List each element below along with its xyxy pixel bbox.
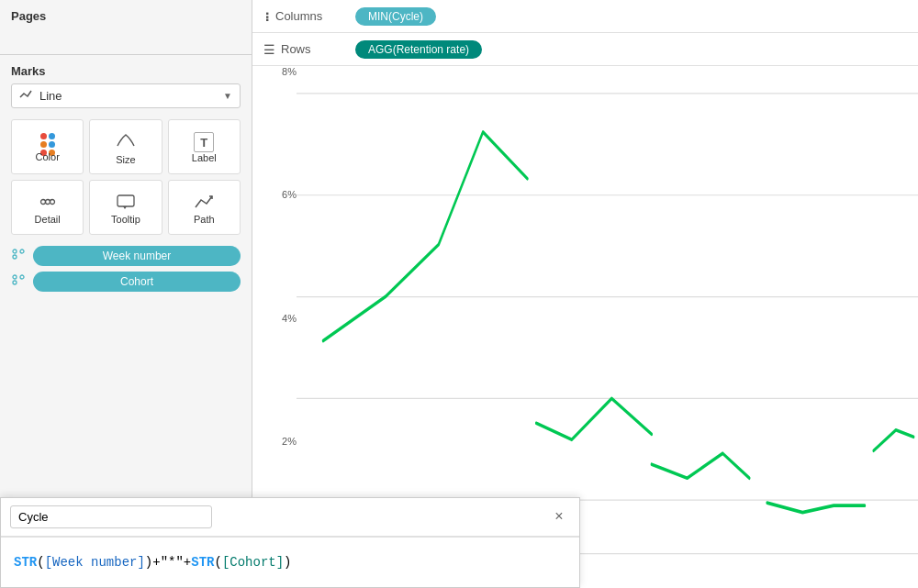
formula-name-input[interactable] [10,505,212,528]
y-label-4: 4% [282,313,297,324]
svg-point-8 [13,255,17,259]
columns-icon: ⫶ [263,9,270,24]
dropdown-arrow-icon: ▼ [223,91,232,101]
columns-shelf: ⫶ Columns MIN(Cycle) [252,0,918,33]
svg-point-9 [13,275,17,279]
formula-editor: × STR([Week number])+"*"+STR([Cohort]) [0,497,580,588]
svg-point-2 [50,199,54,204]
color-label: Color [36,151,60,162]
week-number-detail-icon [11,248,26,264]
marks-color-button[interactable]: Color [11,119,84,174]
svg-point-6 [13,250,17,253]
pages-title: Pages [11,9,241,23]
label-label: Label [192,152,217,163]
marks-size-button[interactable]: Size [89,119,162,174]
svg-point-1 [45,199,50,204]
str-keyword-1: STR [14,555,37,570]
size-icon [116,131,136,154]
marks-type-label: Line [39,89,223,103]
y-label-8: 8% [282,66,297,77]
marks-detail-button[interactable]: Detail [11,180,84,235]
week-number-pill[interactable]: Week number [33,246,241,266]
cohort-detail-icon [11,273,26,290]
size-label: Size [116,154,135,165]
path-icon [194,193,214,214]
formula-close-button[interactable]: × [548,505,570,527]
columns-field-pill[interactable]: MIN(Cycle) [355,7,436,26]
detail-label: Detail [35,214,61,225]
week-number-field: [Week number] [45,555,145,570]
pages-section: Pages [0,0,252,55]
svg-point-10 [20,275,24,279]
svg-point-7 [20,250,24,253]
main-container: Pages Marks Line ▼ [0,0,918,588]
svg-marker-5 [123,206,127,209]
columns-label: ⫶ Columns [263,9,355,24]
detail-icon [38,193,58,214]
cohort-pill-row: Cohort [11,272,241,292]
line-chart-icon [19,88,34,104]
path-label: Path [194,214,215,225]
formula-header: × [1,498,579,537]
str-keyword-2: STR [191,555,214,570]
marks-grid: Color Size T Label [11,119,241,235]
label-icon: T [194,132,214,152]
color-icon [37,133,59,151]
cohort-field: [Cohort] [222,555,284,570]
marks-label-button[interactable]: T Label [168,119,241,174]
week-number-pill-row: Week number [11,246,241,266]
marks-path-button[interactable]: Path [168,180,241,235]
svg-point-0 [40,199,45,204]
formula-body: STR([Week number])+"*"+STR([Cohort]) [1,538,579,587]
svg-rect-4 [118,195,134,206]
y-label-6: 6% [282,189,297,200]
rows-label: ☰ Rows [263,42,355,57]
marks-title: Marks [11,64,241,78]
svg-point-11 [13,281,17,284]
marks-tooltip-button[interactable]: Tooltip [89,180,162,235]
marks-pills-section: Week number Cohort [11,246,241,292]
rows-icon: ☰ [263,42,275,57]
y-label-2: 2% [282,436,297,447]
tooltip-label: Tooltip [111,214,140,225]
marks-type-dropdown[interactable]: Line ▼ [11,83,241,108]
tooltip-icon [116,193,136,214]
rows-shelf: ☰ Rows AGG(Retention rate) [252,33,918,66]
cohort-pill[interactable]: Cohort [33,272,241,292]
rows-field-pill[interactable]: AGG(Retention rate) [355,40,482,59]
